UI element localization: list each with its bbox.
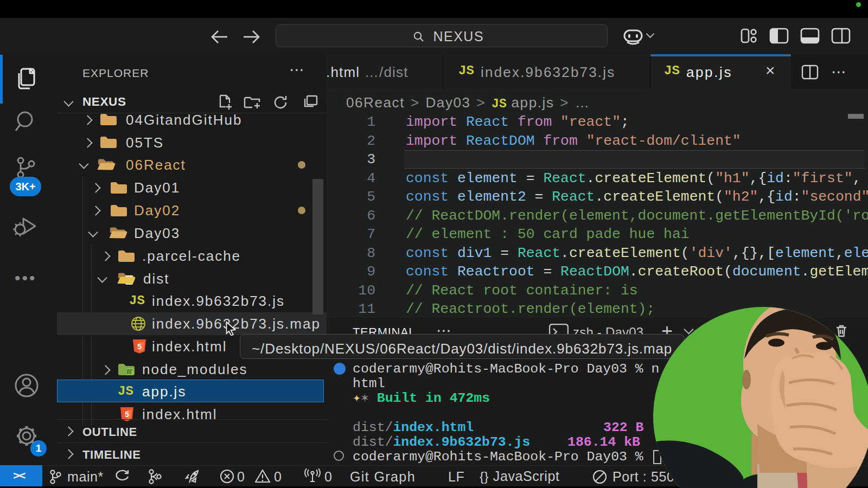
svg-text:5: 5: [125, 410, 129, 419]
svg-text:5: 5: [137, 342, 142, 351]
